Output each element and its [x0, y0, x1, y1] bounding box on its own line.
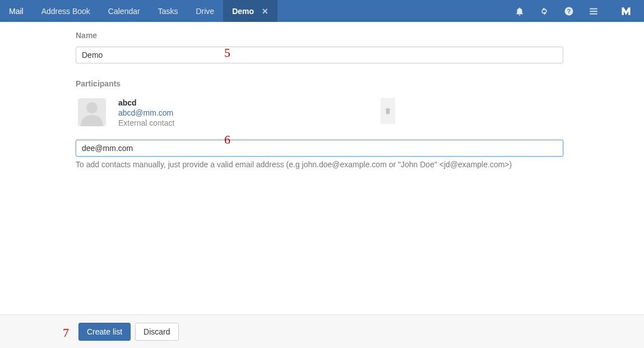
svg-text:?: ? — [567, 7, 571, 14]
close-icon[interactable]: ✕ — [262, 7, 268, 16]
topbar-actions: ? — [514, 0, 644, 22]
refresh-icon[interactable] — [539, 6, 550, 17]
participant-type: External contact — [118, 118, 174, 127]
brand-logo-icon — [620, 6, 632, 17]
tab-demo[interactable]: Demo ✕ — [223, 0, 277, 22]
svg-rect-3 — [590, 11, 597, 12]
create-list-button[interactable]: Create list — [78, 323, 131, 341]
top-nav: Mail Address Book Calendar Tasks Drive D… — [0, 0, 644, 22]
tab-drive[interactable]: Drive — [187, 0, 223, 22]
avatar — [78, 98, 106, 126]
add-participant-hint: To add contacts manually, just provide a… — [76, 160, 563, 169]
participant-row: abcd abcd@mm.com External contact — [76, 95, 563, 133]
form-area: Name Participants abcd abcd@mm.com Exter… — [0, 22, 644, 314]
tab-strip: Mail Address Book Calendar Tasks Drive D… — [0, 0, 277, 22]
svg-rect-2 — [590, 8, 597, 9]
discard-button[interactable]: Discard — [135, 323, 178, 341]
tab-address-book[interactable]: Address Book — [33, 0, 99, 22]
tab-demo-label: Demo — [232, 7, 254, 16]
tab-tasks[interactable]: Tasks — [149, 0, 187, 22]
tab-mail[interactable]: Mail — [0, 0, 33, 22]
svg-point-5 — [86, 102, 98, 113]
add-participant-input[interactable] — [76, 140, 563, 157]
trash-icon[interactable] — [381, 98, 395, 124]
name-input[interactable] — [76, 47, 563, 63]
participant-email[interactable]: abcd@mm.com — [118, 108, 174, 117]
help-icon[interactable]: ? — [563, 6, 574, 17]
name-label: Name — [76, 31, 568, 40]
participants-label: Participants — [76, 79, 568, 88]
participant-name: abcd — [118, 98, 174, 107]
svg-rect-4 — [590, 13, 597, 14]
footer-bar: Create list Discard — [0, 314, 644, 348]
menu-icon[interactable] — [588, 6, 599, 17]
tab-calendar[interactable]: Calendar — [99, 0, 149, 22]
bell-icon[interactable] — [514, 6, 525, 17]
